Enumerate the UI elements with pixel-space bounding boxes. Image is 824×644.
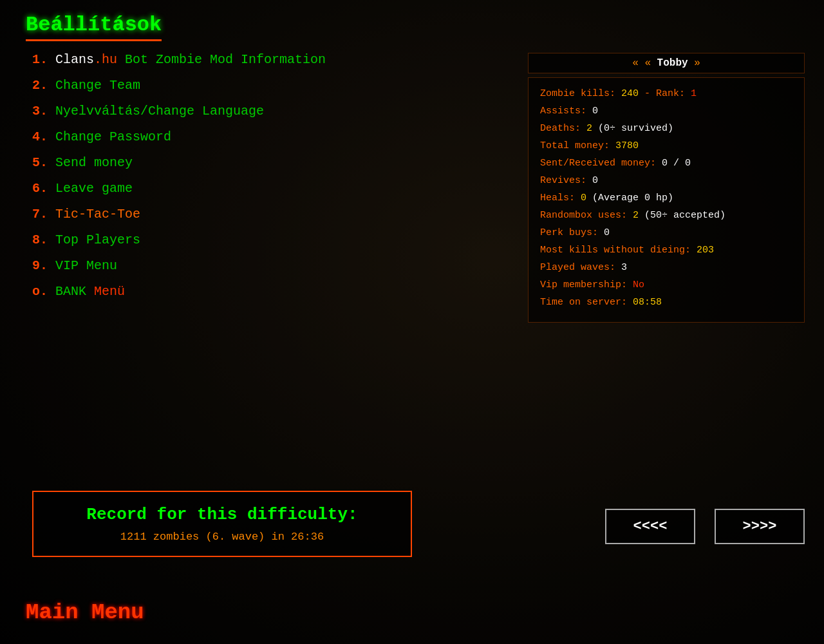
stat-val-assists: 0 bbox=[592, 106, 598, 117]
nav-left-button[interactable]: <<<< bbox=[605, 509, 695, 544]
stat-val-zombie-kills: 240 bbox=[621, 88, 639, 99]
stat-label-rank: - Rank: bbox=[639, 88, 691, 99]
stat-label-time: Time on server: bbox=[540, 297, 633, 308]
page-title: Beállítások bbox=[26, 13, 162, 41]
stat-randombox-suffix: (50÷ accepted) bbox=[639, 210, 726, 221]
stat-label-most-kills: Most kills without dieing: bbox=[540, 245, 697, 256]
stat-vip: Vip membership: No bbox=[540, 278, 792, 292]
player-name: Tobby bbox=[657, 57, 688, 69]
player-nav-left[interactable]: « bbox=[632, 57, 639, 69]
stat-val-rank: 1 bbox=[691, 88, 697, 99]
stat-heals-suffix: (Average 0 hp) bbox=[586, 193, 673, 204]
menu-item-2[interactable]: 2. Change Team bbox=[32, 77, 326, 94]
stat-val-sent: 0 / 0 bbox=[662, 158, 691, 169]
stat-label-sent: Sent/Received money: bbox=[540, 158, 662, 169]
stat-val-most-kills: 203 bbox=[697, 245, 714, 256]
stat-label-revives: Revives: bbox=[540, 175, 592, 186]
menu-text-hu: .hu bbox=[94, 52, 125, 67]
menu-text-clans: Clans bbox=[55, 52, 94, 67]
menu-item-9[interactable]: 9. VIP Menu bbox=[32, 258, 326, 274]
stats-panel: Zombie kills: 240 - Rank: 1 Assists: 0 D… bbox=[528, 77, 805, 323]
record-box: Record for this difficulty: 1211 zombies… bbox=[32, 491, 412, 557]
stat-val-deaths: 2 bbox=[586, 123, 592, 134]
stat-val-vip: No bbox=[633, 279, 644, 290]
menu-item-6[interactable]: 6. Leave game bbox=[32, 180, 326, 197]
stat-label-money: Total money: bbox=[540, 140, 615, 151]
stat-deaths: Deaths: 2 (0÷ survived) bbox=[540, 122, 792, 135]
menu-label-2: Change Team bbox=[55, 78, 140, 93]
menu-item-8[interactable]: 8. Top Players bbox=[32, 232, 326, 249]
stat-randombox: Randombox uses: 2 (50÷ accepted) bbox=[540, 209, 792, 222]
record-title: Record for this difficulty: bbox=[53, 505, 391, 524]
stat-label-heals: Heals: bbox=[540, 193, 581, 204]
stat-label-waves: Played waves: bbox=[540, 262, 621, 273]
stat-perk-buys: Perk buys: 0 bbox=[540, 226, 792, 240]
nav-right-button[interactable]: >>>> bbox=[715, 509, 805, 544]
stat-revives: Revives: 0 bbox=[540, 174, 792, 187]
menu-item-0[interactable]: o. BANK Menü bbox=[32, 283, 326, 300]
menu-label-6: Leave game bbox=[55, 181, 133, 196]
menu-label-0b: Menü bbox=[94, 284, 125, 299]
menu-label-7: Tic-Tac-Toe bbox=[55, 207, 140, 222]
stat-label-randombox: Randombox uses: bbox=[540, 210, 633, 221]
menu-label-8: Top Players bbox=[55, 232, 140, 247]
stat-heals: Heals: 0 (Average 0 hp) bbox=[540, 191, 792, 205]
stat-sent-received: Sent/Received money: 0 / 0 bbox=[540, 156, 792, 170]
stat-assists: Assists: 0 bbox=[540, 104, 792, 118]
stat-val-revives: 0 bbox=[592, 175, 598, 186]
menu-item-1[interactable]: 1. Clans.hu Bot Zombie Mod Information bbox=[32, 52, 326, 68]
menu-label-3: Nyelvváltás/Change Language bbox=[55, 104, 264, 118]
stat-label-deaths: Deaths: bbox=[540, 123, 586, 134]
stat-total-money: Total money: 3780 bbox=[540, 139, 792, 153]
stat-val-waves: 3 bbox=[621, 262, 627, 273]
menu-item-7[interactable]: 7. Tic-Tac-Toe bbox=[32, 206, 326, 223]
menu-label-5: Send money bbox=[55, 155, 133, 170]
player-nav-left-icon[interactable]: « bbox=[644, 57, 657, 69]
stat-played-waves: Played waves: 3 bbox=[540, 261, 792, 274]
menu-label-0: BANK bbox=[55, 284, 94, 299]
stat-label-vip: Vip membership: bbox=[540, 279, 633, 290]
stat-val-time: 08:58 bbox=[633, 297, 662, 308]
stat-val-perk: 0 bbox=[604, 227, 610, 238]
menu-item-4[interactable]: 4. Change Password bbox=[32, 129, 326, 146]
stat-val-heals: 0 bbox=[581, 193, 586, 204]
stat-most-kills: Most kills without dieing: 203 bbox=[540, 243, 792, 257]
menu-number-1: 1. bbox=[32, 52, 55, 67]
menu-item-5[interactable]: 5. Send money bbox=[32, 155, 326, 171]
menu-list: 1. Clans.hu Bot Zombie Mod Information 2… bbox=[32, 52, 326, 309]
menu-text-bot: Bot Zombie Mod Information bbox=[125, 52, 326, 67]
footer-title[interactable]: Main Menu bbox=[26, 600, 144, 625]
menu-label-9: VIP Menu bbox=[55, 258, 117, 273]
stat-val-randombox: 2 bbox=[633, 210, 639, 221]
stat-deaths-suffix: (0÷ survived) bbox=[592, 123, 673, 134]
stat-zombie-kills: Zombie kills: 240 - Rank: 1 bbox=[540, 87, 792, 100]
stat-label-assists: Assists: bbox=[540, 106, 592, 117]
record-value: 1211 zombies (6. wave) in 26:36 bbox=[53, 531, 391, 543]
stat-label-perk: Perk buys: bbox=[540, 227, 604, 238]
stat-label-zombie-kills: Zombie kills: bbox=[540, 88, 621, 99]
menu-label-4: Change Password bbox=[55, 129, 171, 144]
stat-time: Time on server: 08:58 bbox=[540, 296, 792, 309]
menu-item-3[interactable]: 3. Nyelvváltás/Change Language bbox=[32, 103, 326, 120]
player-nav-right-icon[interactable]: » bbox=[694, 57, 700, 69]
stat-val-money: 3780 bbox=[615, 140, 639, 151]
player-name-bar: « « Tobby » bbox=[528, 53, 805, 73]
